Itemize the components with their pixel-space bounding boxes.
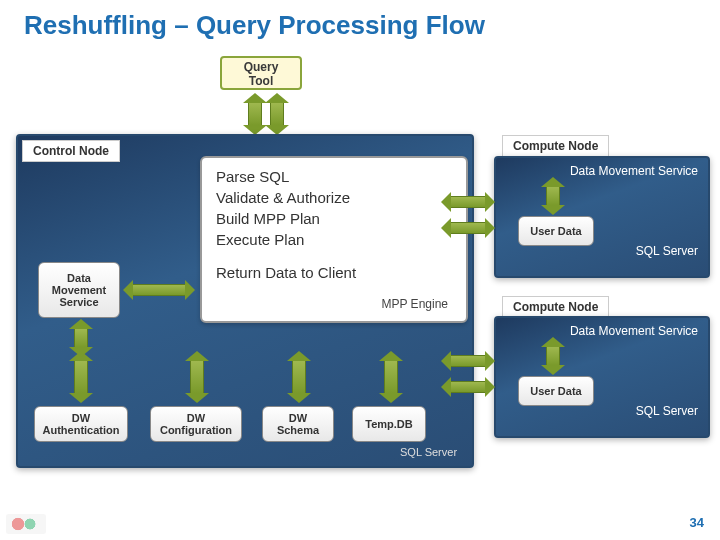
compute-node-panel-1: Data Movement Service User Data SQL Serv…	[494, 156, 710, 278]
dw-schema: DW Schema	[262, 406, 334, 442]
step-build: Build MPP Plan	[216, 210, 452, 227]
arrow-query-down	[248, 102, 262, 126]
arrow-query-up	[270, 102, 284, 126]
arrow-h2	[450, 222, 486, 234]
step-return: Return Data to Client	[216, 264, 452, 281]
arrow-h3	[450, 355, 486, 367]
arrow-v1	[74, 360, 88, 394]
dms-label-2: Data Movement Service	[570, 324, 698, 338]
mpp-engine-label: MPP Engine	[216, 297, 452, 311]
sql-server-1: SQL Server	[636, 244, 698, 258]
arrow-v2	[190, 360, 204, 394]
dw-authentication: DW Authentication	[34, 406, 128, 442]
step-validate: Validate & Authorize	[216, 189, 452, 206]
arrow-compute1-v	[546, 186, 560, 206]
logo-icon	[6, 514, 46, 534]
compute-node-panel-2: Data Movement Service User Data SQL Serv…	[494, 316, 710, 438]
arrow-h1	[450, 196, 486, 208]
sql-server-control: SQL Server	[400, 446, 457, 458]
arrow-h4	[450, 381, 486, 393]
user-data-1: User Data	[518, 216, 594, 246]
compute-node-label-1: Compute Node	[502, 135, 609, 157]
arrow-v3	[292, 360, 306, 394]
arrow-compute2-v	[546, 346, 560, 366]
mpp-engine-steps: Parse SQL Validate & Authorize Build MPP…	[200, 156, 468, 323]
control-node-label: Control Node	[22, 140, 120, 162]
page-number: 34	[690, 515, 704, 530]
step-parse: Parse SQL	[216, 168, 452, 185]
arrow-v4	[384, 360, 398, 394]
query-tool-box: Query Tool	[220, 56, 302, 90]
dms-control-box: Data Movement Service	[38, 262, 120, 318]
temp-db: Temp.DB	[352, 406, 426, 442]
dms-label-1: Data Movement Service	[570, 164, 698, 178]
sql-server-2: SQL Server	[636, 404, 698, 418]
arrow-dms-down	[74, 328, 88, 348]
arrow-dms-steps	[132, 284, 186, 296]
step-execute: Execute Plan	[216, 231, 452, 248]
compute-node-label-2: Compute Node	[502, 296, 609, 318]
user-data-2: User Data	[518, 376, 594, 406]
slide-title: Reshuffling – Query Processing Flow	[24, 10, 485, 41]
dw-configuration: DW Configuration	[150, 406, 242, 442]
